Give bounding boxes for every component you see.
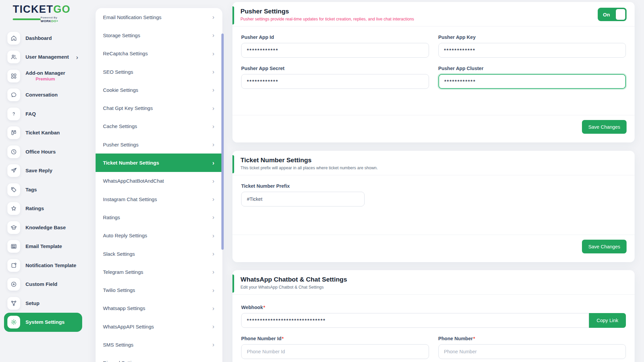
ticket-card-header: Ticket Number Settings This ticket prefi… [232, 151, 635, 175]
settings-nav-item-label: WhatsAppAPI Settings [103, 324, 154, 329]
settings-nav-item-email-notification-settings[interactable]: Email Notification Settings› [96, 8, 222, 26]
settings-nav-item-cache-settings[interactable]: Cache Settings› [96, 117, 222, 135]
sidebar-item-addon-manager[interactable]: Add-on ManagerPremium [4, 67, 82, 86]
sidebar-item-faq[interactable]: FAQ [4, 105, 82, 124]
settings-nav-item-sms-settings[interactable]: SMS Settings› [96, 336, 222, 354]
cap-icon [7, 221, 20, 234]
settings-nav-item-label: Pusher Settings [103, 142, 139, 147]
ticket-save-button[interactable]: Save Changes [582, 240, 627, 253]
webhook-label: Webhook* [241, 305, 626, 310]
sidebar-item-label: FAQ [25, 111, 36, 117]
sidebar-item-conversation[interactable]: Conversation [4, 85, 82, 105]
settings-nav-item-ratings[interactable]: Ratings› [96, 208, 222, 226]
sidebar-item-label: Tags [25, 187, 37, 193]
phone-number-id-input[interactable] [241, 344, 429, 359]
sidebar-item-label: Conversation [25, 92, 58, 98]
chat-icon [7, 88, 20, 101]
sidebar-item-label: System Settings [25, 319, 65, 325]
layout-icon [7, 240, 20, 253]
sidebar-item-dashboard[interactable]: Dashboard [4, 29, 82, 48]
chevron-right-icon: › [212, 251, 214, 257]
pusher-save-button[interactable]: Save Changes [582, 120, 627, 134]
pusher-app-id-input[interactable] [241, 43, 429, 58]
logo-text: TICKETGO [13, 4, 74, 15]
settings-nav-item-slack-settings[interactable]: Slack Settings› [96, 245, 222, 263]
sidebar-item-label: Ratings [25, 205, 44, 212]
copy-link-button[interactable]: Copy Link [589, 313, 626, 328]
settings-nav-item-whatsappchatbotandchat[interactable]: WhatsAppChatBotAndChat› [96, 172, 222, 190]
grid-icon [7, 70, 20, 82]
settings-nav-item-cookie-settings[interactable]: Cookie Settings› [96, 81, 222, 99]
chevron-right-icon: › [212, 160, 214, 166]
sidebar-item-notification-template[interactable]: Notification Template [4, 256, 82, 275]
settings-nav-item-label: Chat Gpt Key Settings [103, 105, 153, 111]
kanban-icon [7, 126, 20, 139]
sidebar-item-office-hours[interactable]: Office Hours [4, 142, 82, 162]
webhook-input[interactable] [241, 313, 589, 328]
sidebar-item-label: Office Hours [25, 149, 56, 155]
settings-nav-item-seo-settings[interactable]: SEO Settings› [96, 63, 222, 81]
main-content: Pusher Settings Pusher settings provide … [232, 0, 635, 362]
chevron-right-icon: › [212, 360, 214, 362]
settings-nav-item-label: Instagram Chat Settings [103, 196, 157, 202]
pusher-app-cluster-input[interactable] [438, 74, 626, 89]
ticket-subtitle: This ticket prefix will appear in all pl… [240, 166, 627, 170]
chevron-right-icon: › [212, 305, 214, 311]
pusher-card-header: Pusher Settings Pusher settings provide … [232, 2, 635, 26]
sidebar-item-user-management[interactable]: User Management› [4, 48, 82, 67]
settings-nav-item-pusher-settings[interactable]: Pusher Settings› [96, 135, 222, 154]
sidebar-item-label: Add-on Manager [25, 70, 65, 76]
sidebar-item-custom-field[interactable]: Custom Field [4, 275, 82, 294]
pusher-app-secret-input[interactable] [241, 74, 429, 89]
settings-nav-item-label: ReCaptcha Settings [103, 51, 148, 56]
pusher-app-id-label: Pusher App Id [241, 35, 429, 40]
settings-nav-item-instagram-chat-settings[interactable]: Instagram Chat Settings› [96, 190, 222, 208]
sidebar-item-label: Custom Field [25, 281, 57, 287]
settings-scrollbar[interactable] [221, 34, 224, 250]
required-asterisk: * [263, 305, 265, 310]
sidebar-item-save-reply[interactable]: Save Reply [4, 161, 82, 180]
ticket-prefix-input[interactable] [241, 192, 365, 206]
note-icon [7, 259, 20, 272]
pusher-app-key-label: Pusher App Key [438, 35, 626, 40]
settings-nav-item-ticket-number-settings[interactable]: Ticket Number Settings› [96, 154, 222, 172]
sidebar-item-setup[interactable]: Setup [4, 294, 82, 313]
settings-nav-item-discord-settings[interactable]: Discord Settings› [96, 354, 222, 362]
settings-nav-item-telegram-settings[interactable]: Telegram Settings› [96, 263, 222, 281]
sidebar-item-label: Email Template [25, 243, 62, 249]
pusher-app-cluster-label: Pusher App Cluster [438, 66, 626, 71]
settings-nav-item-whatsapp-settings[interactable]: Whatsapp Settings› [96, 299, 222, 317]
chevron-right-icon: › [212, 196, 214, 202]
sidebar-item-knowledge-base[interactable]: Knowledge Base [4, 218, 82, 237]
chevron-right-icon: › [212, 233, 214, 239]
settings-nav-item-recaptcha-settings[interactable]: ReCaptcha Settings› [96, 45, 222, 63]
settings-nav-item-chat-gpt-key-settings[interactable]: Chat Gpt Key Settings› [96, 99, 222, 117]
star-icon [7, 202, 20, 215]
sidebar-item-ratings[interactable]: Ratings [4, 199, 82, 218]
settings-nav-item-label: Ratings [103, 215, 120, 220]
settings-nav-item-storage-settings[interactable]: Storage Settings› [96, 26, 222, 44]
settings-nav-item-whatsappapi-settings[interactable]: WhatsAppAPI Settings› [96, 317, 222, 336]
chevron-right-icon: › [212, 323, 214, 329]
chevron-right-icon: › [212, 269, 214, 275]
sidebar-item-email-template[interactable]: Email Template [4, 237, 82, 256]
settings-nav-item-twilio-settings[interactable]: Twilio Settings› [96, 281, 222, 299]
sidebar-item-label: Knowledge Base [25, 225, 66, 231]
sidebar-item-ticket-kanban[interactable]: Ticket Kanban [4, 123, 82, 142]
clock-icon [7, 145, 20, 158]
pusher-app-key-input[interactable] [438, 43, 626, 58]
sidebar: TICKETGO Powered By WORKDO+ DashboardUse… [0, 0, 96, 362]
pusher-on-toggle[interactable]: On [598, 8, 627, 21]
chevron-right-icon: › [212, 214, 214, 220]
chevron-right-icon: › [212, 287, 214, 293]
settings-nav-item-auto-reply-settings[interactable]: Auto Reply Settings› [96, 227, 222, 245]
sidebar-item-tags[interactable]: Tags [4, 180, 82, 199]
chevron-right-icon: › [76, 54, 78, 60]
plus-icon [7, 278, 20, 291]
tag-icon [7, 183, 20, 196]
settings-nav-item-label: Cache Settings [103, 123, 137, 129]
phone-number-input[interactable] [438, 344, 626, 359]
branch-icon [7, 297, 20, 310]
chevron-right-icon: › [212, 178, 214, 184]
sidebar-item-system-settings[interactable]: System Settings [4, 313, 82, 332]
